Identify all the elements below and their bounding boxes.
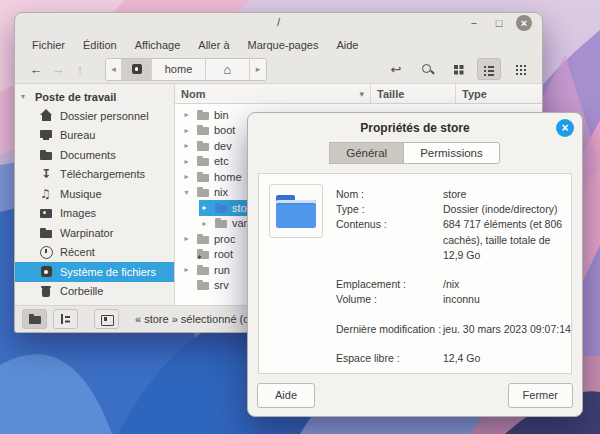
sidebar-item[interactable]: Système de fichiers xyxy=(15,262,174,282)
sidebar-item[interactable]: Warpinator xyxy=(15,223,174,243)
sidebar-item[interactable]: Musique xyxy=(15,184,174,204)
tree-item-label: var xyxy=(232,217,247,229)
show-treeview-button[interactable] xyxy=(53,309,78,329)
dialog-fields: Nom : store Type : Dossier (inode/direct… xyxy=(336,184,571,363)
tree-item-label: boot xyxy=(214,124,235,136)
menu-item[interactable]: Aide xyxy=(327,37,367,53)
property-field: Contenus : 684 717 éléments (et 806 cach… xyxy=(336,217,571,263)
tree-item-label: nix xyxy=(214,186,228,198)
sidebar-item[interactable]: Récent xyxy=(15,243,174,263)
property-label: Type : xyxy=(336,202,443,217)
menubar: Fichier Édition Affichage Aller à Marque… xyxy=(15,34,542,55)
forward-button[interactable]: → xyxy=(47,62,69,77)
pathbar-home-icon-crumb[interactable]: ⌂ xyxy=(206,59,250,80)
dialog-tab[interactable]: Général xyxy=(329,142,404,164)
pathbar-scroll-right[interactable]: ▸ xyxy=(250,59,266,80)
property-label: Volume : xyxy=(336,292,443,307)
tree-item-label: srv xyxy=(214,279,229,291)
toggle-sidebar-button[interactable] xyxy=(94,309,119,329)
sidebar-item-icon xyxy=(39,245,53,259)
dialog-content-panel: Nom : store Type : Dossier (inode/direct… xyxy=(258,173,572,374)
dialog-tab[interactable]: Permissions xyxy=(403,142,500,164)
maximize-button[interactable]: □ xyxy=(491,15,507,31)
menu-item[interactable]: Fichier xyxy=(23,37,74,53)
expander-icon[interactable]: ▾ xyxy=(181,188,192,197)
property-value: store xyxy=(443,187,571,202)
places-icon xyxy=(28,312,42,326)
sidebar-item-label: Corbeille xyxy=(60,285,103,297)
help-button[interactable]: Aide xyxy=(257,383,315,408)
up-button[interactable]: ↑ xyxy=(69,62,91,77)
column-label: Type xyxy=(462,88,487,100)
tree-item-label: dev xyxy=(214,140,232,152)
sidebar-toggle-icon xyxy=(100,312,114,326)
column-label: Nom xyxy=(181,88,205,100)
folder-icon xyxy=(196,232,210,246)
expander-icon[interactable]: ▸ xyxy=(181,126,192,135)
sidebar-item[interactable]: Téléchargements xyxy=(15,165,174,185)
property-value: jeu. 30 mars 2023 09:07:14 xyxy=(443,322,571,337)
expander-icon[interactable]: ▸ xyxy=(181,234,192,243)
menu-item[interactable]: Marque-pages xyxy=(239,37,328,53)
pathbar-home-crumb[interactable]: home xyxy=(152,59,206,80)
expander-icon[interactable]: ▸ xyxy=(181,172,192,181)
sidebar-item-label: Bureau xyxy=(60,129,95,141)
list-view-button[interactable] xyxy=(477,58,501,80)
expander-icon[interactable]: ▸ xyxy=(181,141,192,150)
column-header-taille[interactable]: Taille xyxy=(370,84,455,103)
sidebar-item[interactable]: Dossier personnel xyxy=(15,106,174,126)
search-button[interactable] xyxy=(415,58,439,80)
expander-icon[interactable]: ▸ xyxy=(181,265,192,274)
property-label: Espace libre : xyxy=(336,351,443,366)
dialog-title: Propriétés de store xyxy=(248,121,582,135)
sidebar-item[interactable]: Bureau xyxy=(15,126,174,146)
home-icon: ⌂ xyxy=(224,62,232,77)
property-value: /nix xyxy=(443,277,571,292)
close-dialog-button[interactable]: Fermer xyxy=(508,383,573,408)
sidebar-item[interactable]: Images xyxy=(15,204,174,224)
expander-icon[interactable]: ▸ xyxy=(181,157,192,166)
pathbar: ◂ home ⌂ ▸ xyxy=(105,58,267,81)
sidebar-item-icon xyxy=(39,167,53,181)
expander-icon[interactable]: ▸ xyxy=(199,203,210,212)
toggle-location-button[interactable]: ↩ xyxy=(384,58,408,80)
icon-view-button[interactable] xyxy=(446,58,470,80)
pathbar-scroll-left[interactable]: ◂ xyxy=(106,59,122,80)
column-header-type[interactable]: Type xyxy=(455,84,542,103)
sidebar-section-label: Poste de travail xyxy=(35,91,116,103)
sidebar-item-label: Système de fichiers xyxy=(60,266,156,278)
desktop: / − □ × Fichier Édition Affichage Aller … xyxy=(0,0,600,434)
folder-icon xyxy=(196,108,210,122)
menu-item[interactable]: Aller à xyxy=(189,37,238,53)
dialog-close-button[interactable]: × xyxy=(556,119,574,137)
folder-icon xyxy=(196,170,210,184)
sidebar-item[interactable]: Corbeille xyxy=(15,282,174,302)
folder-icon xyxy=(196,139,210,153)
sidebar-item-icon xyxy=(39,226,53,240)
pathbar-root-crumb[interactable] xyxy=(122,59,152,80)
compact-view-button[interactable] xyxy=(508,58,532,80)
grid-view-icon xyxy=(451,62,465,76)
column-label: Taille xyxy=(377,88,404,100)
property-field: Type : Dossier (inode/directory) xyxy=(336,202,571,217)
titlebar[interactable]: / − □ × xyxy=(15,13,542,34)
column-header-nom[interactable]: Nom ▾ xyxy=(175,84,370,103)
property-label: Contenus : xyxy=(336,217,443,263)
minimize-button[interactable]: − xyxy=(466,15,482,31)
menu-item[interactable]: Édition xyxy=(74,37,126,53)
sidebar-item-icon xyxy=(39,284,53,298)
folder-icon xyxy=(214,216,228,230)
window-title: / xyxy=(15,16,542,28)
close-button[interactable]: × xyxy=(516,15,532,31)
sidebar-section-header[interactable]: ▾ Poste de travail xyxy=(15,87,174,106)
show-places-button[interactable] xyxy=(22,309,47,329)
expander-icon[interactable]: ▸ xyxy=(181,110,192,119)
sidebar-item[interactable]: Documents xyxy=(15,145,174,165)
back-button[interactable]: ← xyxy=(25,62,47,77)
section-expander-icon[interactable]: ▾ xyxy=(21,92,31,101)
properties-dialog: Propriétés de store × Général Permission… xyxy=(247,112,583,417)
menu-item[interactable]: Affichage xyxy=(126,37,190,53)
dialog-header[interactable]: Propriétés de store × xyxy=(248,113,582,142)
expander-icon[interactable]: ▸ xyxy=(199,219,210,228)
folder-icon xyxy=(196,123,210,137)
